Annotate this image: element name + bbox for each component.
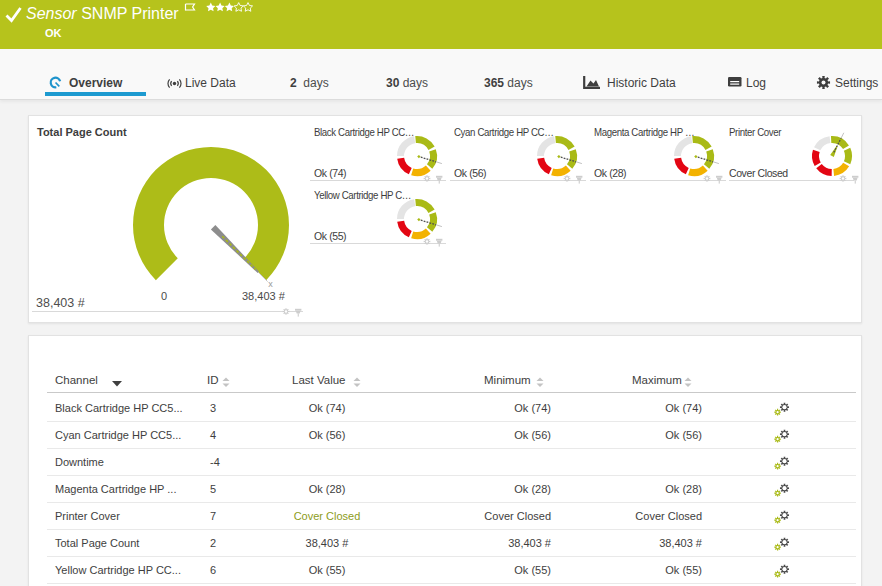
svg-text:x: x	[268, 279, 273, 289]
